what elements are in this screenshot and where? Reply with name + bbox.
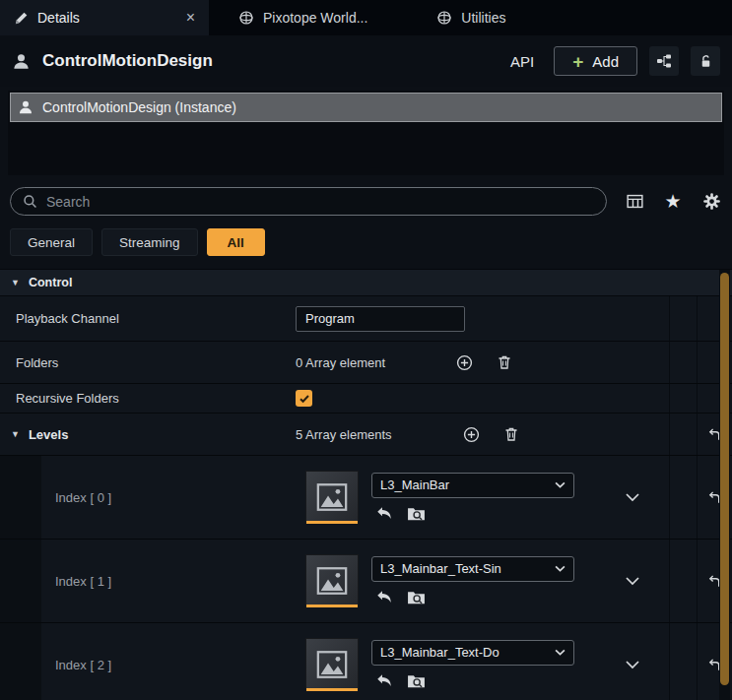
add-button[interactable]: + Add (554, 46, 637, 76)
tab-label: Utilities (461, 10, 505, 26)
asset-name: L3_Mainbar_Text-Do (380, 645, 555, 660)
chevron-down-icon (555, 649, 566, 656)
asset-name: L3_Mainbar_Text-Sin (380, 561, 555, 576)
search-field[interactable] (10, 187, 607, 216)
tab-utilities[interactable]: Utilities (423, 0, 519, 35)
search-input[interactable] (46, 194, 594, 210)
browse-to-asset-icon[interactable] (407, 672, 426, 689)
level-image-icon (315, 648, 349, 681)
playback-channel-input[interactable] (296, 306, 465, 332)
add-element-button[interactable] (456, 354, 473, 371)
instance-label: ControlMotionDesign (Instance) (42, 99, 236, 115)
tab-bar: Details × Pixotope World... Utilities (0, 0, 732, 35)
asset-thumbnail[interactable] (305, 554, 359, 607)
property-label: Recursive Folders (0, 391, 288, 406)
asset-dropdown[interactable]: L3_MainBar (371, 473, 574, 498)
chevron-down-icon (555, 565, 566, 572)
scrollbar-track[interactable] (719, 270, 730, 700)
tab-label: Details (37, 10, 80, 26)
property-row-recursive-folders: Recursive Folders (0, 384, 732, 414)
recursive-folders-checkbox[interactable] (296, 390, 312, 407)
use-selected-asset-icon[interactable] (375, 589, 393, 606)
api-button[interactable]: API (502, 49, 542, 74)
grid-columns-icon (626, 192, 644, 211)
section-header-control[interactable]: ▼ Control (0, 270, 732, 296)
lock-button[interactable] (691, 46, 720, 76)
property-label: Playback Channel (0, 311, 288, 326)
array-count: 5 Array elements (296, 427, 392, 442)
array-count: 0 Array element (296, 355, 385, 370)
triangle-down-icon: ▼ (11, 278, 20, 287)
actor-person-icon (12, 52, 31, 71)
asset-dropdown[interactable]: L3_Mainbar_Text-Sin (371, 556, 574, 582)
instance-list: ControlMotionDesign (Instance) (8, 91, 724, 175)
index-label: Index [ 1 ] (0, 540, 288, 622)
open-blueprint-button[interactable] (649, 46, 679, 76)
close-icon[interactable]: × (186, 9, 195, 27)
search-icon (23, 194, 37, 209)
section-title: Control (29, 276, 72, 289)
filter-general-button[interactable]: General (10, 228, 93, 256)
node-graph-icon (656, 53, 672, 69)
level-item-row-2: Index [ 2 ] L3_Mainbar_Text-Do (0, 623, 732, 700)
trash-icon[interactable] (497, 354, 512, 370)
filter-label: All (228, 235, 244, 250)
index-label: Index [ 2 ] (0, 623, 288, 700)
asset-thumbnail[interactable] (305, 638, 359, 691)
property-row-folders: Folders 0 Array element (0, 342, 732, 384)
level-item-row-0: Index [ 0 ] L3_MainBar (0, 456, 732, 540)
chevron-down-icon (555, 481, 566, 488)
browse-to-asset-icon[interactable] (407, 589, 426, 605)
triangle-down-icon: ▼ (11, 429, 20, 439)
filter-all-button[interactable]: All (207, 228, 265, 256)
property-label-levels[interactable]: ▼ Levels (0, 427, 288, 442)
scrollbar-thumb[interactable] (720, 273, 729, 685)
expand-chevron-icon[interactable] (626, 493, 639, 502)
globe-icon (238, 10, 254, 26)
asset-name: L3_MainBar (380, 477, 555, 492)
filter-label: Streaming (119, 235, 180, 250)
property-row-playback-channel: Playback Channel (0, 296, 732, 342)
filter-streaming-button[interactable]: Streaming (101, 228, 198, 256)
property-row-levels: ▼ Levels 5 Array elements (0, 414, 732, 456)
trash-icon[interactable] (503, 426, 519, 442)
tab-pixotope-world[interactable]: Pixotope World... (225, 0, 381, 35)
asset-thumbnail[interactable] (305, 471, 359, 524)
asset-dropdown[interactable]: L3_Mainbar_Text-Do (371, 640, 574, 666)
search-row: ★ (0, 187, 732, 216)
level-image-icon (315, 564, 349, 598)
settings-button[interactable] (700, 191, 722, 213)
add-element-button[interactable] (463, 426, 480, 443)
actor-person-icon (18, 99, 33, 115)
property-grid: ▼ Control Playback Channel Folders 0 Arr… (0, 269, 732, 700)
level-image-icon (315, 480, 349, 514)
details-pencil-icon (14, 11, 29, 26)
details-header: ControlMotionDesign API + Add (0, 35, 732, 87)
index-label: Index [ 0 ] (0, 456, 288, 539)
expand-chevron-icon[interactable] (626, 661, 639, 669)
property-label: Folders (0, 355, 288, 370)
use-selected-asset-icon[interactable] (375, 672, 393, 690)
level-item-row-1: Index [ 1 ] L3_Mainbar_Text-Sin (0, 540, 732, 623)
tab-label: Pixotope World... (263, 10, 367, 26)
use-selected-asset-icon[interactable] (375, 505, 393, 523)
list-item-instance[interactable]: ControlMotionDesign (Instance) (10, 93, 722, 122)
page-title: ControlMotionDesign (42, 51, 213, 71)
gear-icon (702, 192, 721, 211)
add-button-label: Add (592, 53, 619, 70)
browse-to-asset-icon[interactable] (407, 505, 426, 522)
expand-chevron-icon[interactable] (626, 577, 639, 586)
check-icon (299, 393, 310, 405)
filter-label: General (28, 235, 75, 250)
filter-row: General Streaming All (0, 216, 732, 269)
star-icon: ★ (664, 192, 681, 211)
view-options-button[interactable] (624, 191, 645, 213)
tab-details[interactable]: Details × (0, 0, 209, 35)
favorites-button[interactable]: ★ (662, 191, 684, 213)
unlock-icon (699, 54, 713, 69)
plus-icon: + (572, 52, 583, 71)
property-label: Levels (29, 427, 68, 442)
globe-icon (436, 10, 452, 26)
